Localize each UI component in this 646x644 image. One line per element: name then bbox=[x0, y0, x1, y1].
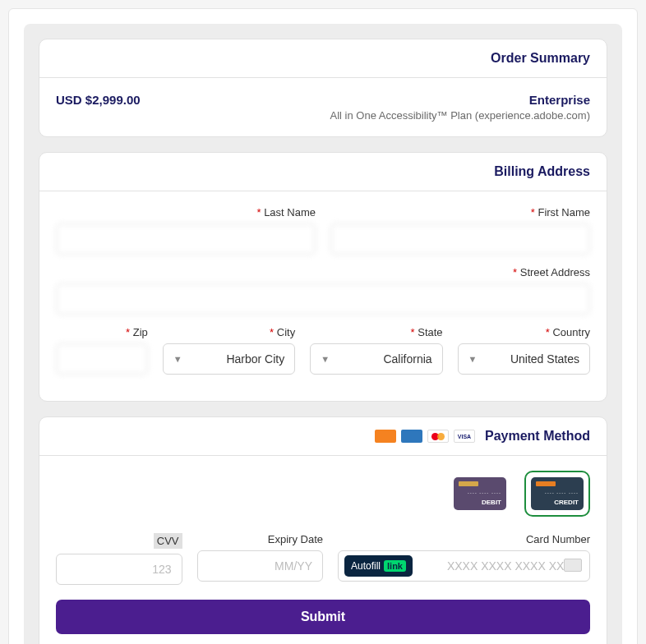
visa-icon: VISA bbox=[454, 430, 475, 443]
order-summary-card: Order Summary Enterprise All in One Acce… bbox=[39, 39, 607, 137]
cvv-input[interactable] bbox=[56, 554, 182, 585]
order-summary-title: Order Summary bbox=[39, 39, 607, 78]
last-name-input[interactable] bbox=[56, 223, 316, 255]
page-inner: Order Summary Enterprise All in One Acce… bbox=[24, 24, 622, 644]
street-field: Street Address * bbox=[56, 266, 590, 315]
expiry-field: Expiry Date bbox=[197, 533, 324, 585]
order-row: Enterprise All in One Accessibility™ Pla… bbox=[56, 93, 590, 122]
country-label: Country * bbox=[458, 326, 590, 338]
order-plan-subtitle: All in One Accessibility™ Plan (experien… bbox=[330, 109, 590, 122]
last-name-field: Last Name * bbox=[56, 206, 316, 255]
payment-card: Payment Method VISA ---- ---- ---- CREDI… bbox=[39, 416, 607, 644]
city-field: City * Harbor City ▼ bbox=[163, 326, 295, 375]
expiry-label: Expiry Date bbox=[197, 533, 324, 545]
billing-card: Billing Address First Name * Last Name *… bbox=[39, 152, 607, 402]
state-field: State * California ▼ bbox=[310, 326, 442, 375]
card-number-label: Card Number bbox=[338, 533, 590, 545]
city-label: City * bbox=[163, 326, 295, 338]
credit-card-option[interactable]: ---- ---- ---- CREDIT bbox=[524, 471, 590, 517]
country-field: Country * United States ▼ bbox=[458, 326, 590, 375]
cvv-field: CVV bbox=[56, 533, 182, 585]
chevron-down-icon: ▼ bbox=[173, 354, 182, 364]
zip-input[interactable] bbox=[56, 343, 148, 375]
billing-title: Billing Address bbox=[39, 153, 607, 191]
country-select[interactable]: United States ▼ bbox=[458, 343, 590, 375]
first-name-label: First Name * bbox=[330, 206, 590, 218]
chevron-down-icon: ▼ bbox=[321, 354, 330, 364]
order-plan-title: Enterprise bbox=[330, 93, 590, 107]
amex-icon bbox=[401, 430, 422, 443]
state-select[interactable]: California ▼ bbox=[310, 343, 442, 375]
cvv-label: CVV bbox=[154, 533, 182, 549]
card-icon bbox=[564, 559, 582, 572]
autofill-link-button[interactable]: link Autofill bbox=[344, 555, 413, 577]
last-name-label: Last Name * bbox=[56, 206, 316, 218]
chevron-down-icon: ▼ bbox=[468, 354, 478, 364]
discover-icon bbox=[375, 430, 396, 443]
city-select[interactable]: Harbor City ▼ bbox=[163, 343, 295, 375]
order-price: $2,999.00 USD bbox=[56, 93, 141, 122]
mastercard-icon bbox=[427, 430, 449, 443]
page-outer: Order Summary Enterprise All in One Acce… bbox=[8, 8, 638, 644]
first-name-input[interactable] bbox=[330, 223, 590, 255]
first-name-field: First Name * bbox=[330, 206, 590, 255]
card-number-field: Card Number link Autofill bbox=[338, 533, 590, 585]
debit-card-option[interactable]: ---- ---- ---- DEBIT bbox=[447, 471, 513, 517]
state-label: State * bbox=[310, 326, 442, 338]
card-brands: VISA bbox=[375, 430, 475, 443]
zip-field: Zip * bbox=[56, 326, 148, 375]
expiry-input[interactable] bbox=[197, 550, 324, 582]
submit-button[interactable]: Submit bbox=[56, 600, 590, 634]
zip-label: Zip * bbox=[56, 326, 148, 338]
street-label: Street Address * bbox=[56, 266, 590, 278]
payment-title: Payment Method bbox=[485, 429, 590, 444]
street-input[interactable] bbox=[56, 283, 590, 315]
